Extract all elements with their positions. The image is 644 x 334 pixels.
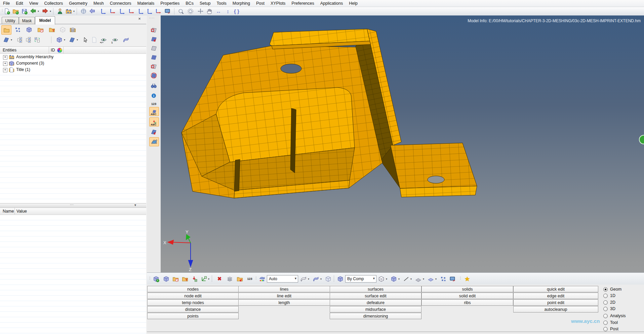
tab-mask[interactable]: Mask [19,17,35,24]
radio-2d-circle[interactable] [603,300,608,305]
connectors-view-icon[interactable] [13,25,22,34]
surface-shaded-dropdown-icon[interactable]: ▾ [320,277,322,281]
menu-xyplots[interactable]: XYPlots [268,1,288,6]
radio-2d[interactable]: 2D [603,300,615,305]
save-file-icon[interactable] [20,7,28,15]
menu-file[interactable]: File [0,1,13,6]
autocleanup-button[interactable]: autocleanup [513,306,598,312]
radio-1d-circle[interactable] [603,294,608,298]
column-divider[interactable] [63,47,64,53]
display-flag-dropdown-icon[interactable]: ▾ [10,38,13,41]
component-display-dropdown-icon[interactable]: ▾ [63,38,66,41]
mesh-model-canvas[interactable]: X Y Z [161,15,644,272]
radio-tool-circle[interactable] [603,321,608,325]
toolbar-handle[interactable]: ···· [149,16,155,20]
expand-icon[interactable]: + [3,62,7,66]
view-axis-iso-icon[interactable] [154,7,162,15]
element-line-dropdown-icon[interactable]: ▾ [410,277,412,281]
selector-arrow-icon[interactable] [81,35,90,44]
menu-materials[interactable]: Materials [134,1,158,6]
element-wireframe-dropdown-icon[interactable]: ▾ [385,277,388,281]
surface-wire-style-icon[interactable] [299,274,308,283]
zoom-out-icon[interactable] [177,7,185,15]
graphics-area[interactable]: Model Info: E:/00/HM/tutorials/CHAPTER-3… [161,15,644,272]
element-line-style-icon[interactable] [402,274,410,283]
wave-display-icon[interactable] [121,35,130,44]
panel-close-icon[interactable]: × [137,16,142,21]
line-edit-button[interactable]: line edit [238,293,330,299]
element-color-mode-combo[interactable]: By Comp ▼ [345,275,376,283]
tree-check-all-icon[interactable] [15,35,24,44]
spherical-clip-icon[interactable] [79,7,87,15]
mesh-mappable-icon[interactable] [149,35,158,43]
open-file-icon[interactable] [11,7,19,15]
combo-dropdown-icon[interactable]: ▼ [372,277,375,280]
flag-display-icon[interactable] [67,35,77,44]
dynamic-rotate-icon[interactable]: { } [233,7,241,15]
tree-row-assembly-hierarchy[interactable]: + Assembly Hierarchy [0,54,146,60]
view-axis-top-icon[interactable] [136,7,145,15]
previous-view-icon[interactable] [88,7,96,15]
menu-post[interactable]: Post [253,1,268,6]
view-axis-right-icon[interactable] [127,7,135,15]
eye-plus-minus-icon[interactable]: +/− [99,35,108,44]
menu-properties[interactable]: Properties [157,1,183,6]
sets-view-icon[interactable] [68,25,77,34]
dimensioning-button[interactable]: dimensioning [330,313,421,319]
display-flag-icon[interactable] [1,35,11,44]
menu-view[interactable]: View [26,1,41,6]
menu-geometry[interactable]: Geometry [66,1,90,6]
splitter-collapse-icon[interactable]: ▼ [134,203,137,207]
view-axis-x-icon[interactable] [108,7,116,15]
mesh-wireframe-icon[interactable] [149,44,158,52]
include-clock-icon[interactable] [171,274,180,283]
midsurface-button[interactable]: midsurface [330,306,421,312]
zoom-window-icon[interactable] [186,7,194,15]
nodes-button[interactable]: nodes [147,286,239,292]
text-abc-display-icon[interactable]: ABC [149,107,159,116]
arrow-abc-display-icon[interactable]: ABC [149,117,159,126]
surface-color-mode-icon[interactable] [257,274,266,283]
radio-analysis[interactable]: Analysis [603,313,626,318]
menu-help[interactable]: Help [346,1,361,6]
export-icon[interactable] [41,7,49,15]
element-color-cube-icon[interactable] [336,274,345,283]
organize-icon[interactable] [65,7,73,15]
radio-post[interactable]: Post [603,327,618,331]
organize-folder-icon[interactable] [235,274,244,283]
free-points-icon[interactable] [439,274,447,283]
surface-shaded-style-icon[interactable] [311,274,320,283]
menu-connectors[interactable]: Connectors [107,1,134,6]
expand-icon[interactable]: + [3,55,7,60]
lines-button[interactable]: lines [238,286,330,292]
menu-morphing[interactable]: Morphing [230,1,253,6]
menu-collectors[interactable]: Collectors [41,1,66,6]
element-shaded-style-icon[interactable] [389,274,398,283]
thickness-folder-icon[interactable] [180,274,189,283]
thickness-view-icon[interactable] [47,25,56,34]
color-wheel-icon[interactable] [57,48,62,53]
radio-geom-circle[interactable] [603,287,608,292]
radio-1d[interactable]: 1D [603,293,615,298]
radio-tool[interactable]: Tool [603,320,618,325]
tree-check-reverse-icon[interactable] [32,35,42,44]
id-column-header[interactable]: ID [51,48,55,52]
components-view-icon[interactable] [24,25,34,34]
view-axis-bottom-icon[interactable] [145,7,153,15]
rotate-vertical-icon[interactable]: ↕ [224,7,232,15]
edge-edit-button[interactable]: edge edit [513,293,598,299]
column-divider[interactable] [49,47,49,53]
mesh-swap-icon[interactable] [149,128,158,136]
radio-analysis-circle[interactable] [603,314,608,318]
mesh-shaded-icon[interactable] [149,53,158,62]
info-icon[interactable]: i [149,91,158,100]
menu-setup[interactable]: Setup [197,1,214,6]
tab-utility[interactable]: Utility [2,17,19,24]
favorites-star-icon[interactable]: ★ [463,274,472,283]
mesh-model[interactable] [182,29,477,198]
geometry-color-mode-combo[interactable]: Auto ▼ [267,275,298,283]
defeature-button[interactable]: defeature [330,299,421,306]
element-plate-icon[interactable] [426,274,435,283]
surface-handles-icon[interactable] [149,137,159,146]
menu-applications[interactable]: Applications [317,1,346,6]
